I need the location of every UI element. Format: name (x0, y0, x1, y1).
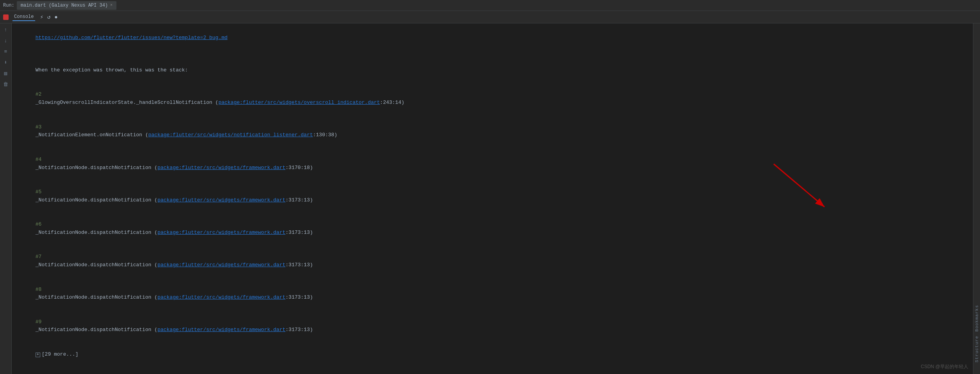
frame-link-5[interactable]: package:flutter/src/widgets/framework.da… (157, 197, 286, 203)
tab-close-icon[interactable]: × (110, 3, 113, 7)
frame-link-3[interactable]: package:flutter/src/widgets/notification… (148, 132, 313, 138)
tool-bar: Console ⚡ ↺ ● (0, 11, 980, 23)
print-icon[interactable]: ▤ (2, 69, 10, 77)
frame-method-8: _NotificationNode.dispatchNotification ( (36, 294, 157, 300)
frame-4: #4 _NotificationNode.dispatchNotificatio… (17, 148, 969, 180)
refresh-icon[interactable]: ↺ (47, 14, 50, 20)
frame-5: #5 _NotificationNode.dispatchNotificatio… (17, 180, 969, 212)
clear-icon[interactable]: 🗑 (2, 80, 10, 88)
expand-button[interactable]: + [29 more...] (36, 351, 79, 359)
github-link-1[interactable]: https://github.com/flutter/flutter/issue… (36, 35, 227, 41)
frame-num-9: #9 (36, 319, 48, 325)
top-bar: Run: main.dart (Galaxy Nexus API 34) × (0, 0, 980, 11)
more-frames[interactable]: + [29 more...] (17, 342, 969, 367)
frame-method-9: _NotificationNode.dispatchNotification ( (36, 327, 157, 333)
frame-num-8: #8 (36, 287, 48, 292)
watermark: CSDN @早起的年轻人 (921, 363, 968, 370)
expand-icon: + (36, 353, 40, 357)
tab-label: main.dart (Galaxy Nexus API 34) (21, 3, 108, 8)
frame-9: #9 _NotificationNode.dispatchNotificatio… (17, 310, 969, 342)
frame-method-2: _GlowingOverscrollIndicatorState._handle… (36, 100, 218, 105)
elided-line: (elided 2 frames from class _AssertionEr… (17, 367, 969, 374)
frame-num-2: #2 (36, 91, 48, 97)
watermark-text: CSDN @早起的年轻人 (921, 364, 968, 369)
frame-8: #8 _NotificationNode.dispatchNotificatio… (17, 278, 969, 310)
frame-2: #2 _GlowingOverscrollIndicatorState._han… (17, 83, 969, 115)
blank-line-1 (17, 50, 969, 58)
frame-method-3: _NotificationElement.onNotification ( (36, 132, 148, 138)
stop-button[interactable] (3, 14, 9, 20)
console-area[interactable]: https://github.com/flutter/flutter/issue… (12, 23, 973, 374)
run-label: Run: (3, 3, 14, 8)
tab-console[interactable]: Console (13, 13, 35, 21)
filter-icon[interactable]: ⬇ (2, 59, 10, 66)
frame-method-4: _NotificationNode.dispatchNotification ( (36, 165, 157, 171)
main-tab[interactable]: main.dart (Galaxy Nexus API 34) × (17, 1, 116, 10)
frame-num-6: #6 (36, 221, 48, 227)
console-line: https://github.com/flutter/flutter/issue… (17, 26, 969, 50)
frame-num-5: #5 (36, 189, 48, 195)
stack-intro-line: When the exception was thrown, this was … (17, 58, 969, 82)
frame-loc-6: :3173:13) (286, 230, 313, 235)
frame-loc-3: :130:38) (313, 132, 337, 138)
frame-loc-2: :243:14) (380, 100, 404, 105)
wrap-icon[interactable]: ≡ (2, 48, 10, 55)
right-sidebar-panel: Bookmarks Structure (973, 23, 980, 374)
scroll-up-icon[interactable]: ↑ (2, 26, 10, 34)
bookmarks-label[interactable]: Bookmarks (975, 305, 979, 331)
frame-link-7[interactable]: package:flutter/src/widgets/framework.da… (157, 262, 286, 268)
frame-loc-9: :3173:13) (286, 327, 313, 333)
lightning-icon[interactable]: ⚡ (40, 14, 43, 20)
frame-link-9[interactable]: package:flutter/src/widgets/framework.da… (157, 327, 286, 333)
frame-3: #3 _NotificationElement.onNotification (… (17, 115, 969, 148)
frame-loc-4: :3170:18) (286, 165, 313, 171)
frame-num-4: #4 (36, 157, 48, 162)
structure-label[interactable]: Structure (975, 336, 979, 362)
frame-loc-5: :3173:13) (286, 197, 313, 203)
frame-6: #6 _NotificationNode.dispatchNotificatio… (17, 212, 969, 245)
frame-num-7: #7 (36, 254, 48, 260)
left-sidebar: ↑ ↓ ≡ ⬇ ▤ 🗑 (0, 23, 12, 374)
scroll-down-icon[interactable]: ↓ (2, 37, 10, 45)
frame-method-7: _NotificationNode.dispatchNotification ( (36, 262, 157, 268)
frame-loc-8: :3173:13) (286, 294, 313, 300)
frame-link-2[interactable]: package:flutter/src/widgets/overscroll_i… (218, 100, 380, 105)
frame-link-8[interactable]: package:flutter/src/widgets/framework.da… (157, 294, 286, 300)
frame-num-3: #3 (36, 124, 48, 130)
more-label: [29 more...] (42, 351, 79, 359)
frame-link-4[interactable]: package:flutter/src/widgets/framework.da… (157, 165, 286, 171)
main-layout: ↑ ↓ ≡ ⬇ ▤ 🗑 https://github.com/flutter/f… (0, 23, 980, 374)
frame-loc-7: :3173:13) (286, 262, 313, 268)
settings-icon[interactable]: ● (54, 14, 57, 20)
frame-method-6: _NotificationNode.dispatchNotification ( (36, 230, 157, 235)
frame-method-5: _NotificationNode.dispatchNotification ( (36, 197, 157, 203)
frame-link-6[interactable]: package:flutter/src/widgets/framework.da… (157, 230, 286, 235)
frame-7: #7 _NotificationNode.dispatchNotificatio… (17, 245, 969, 278)
stack-intro-text: When the exception was thrown, this was … (36, 67, 188, 73)
